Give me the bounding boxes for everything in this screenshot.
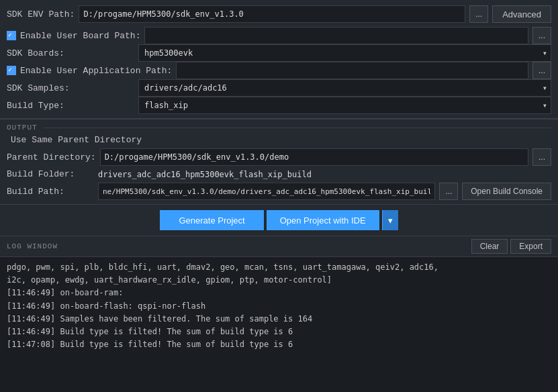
- build-path-input[interactable]: [98, 183, 435, 200]
- build-path-row: Build Path: ... Open Build Console: [7, 183, 551, 200]
- sdk-samples-row: SDK Samples: drivers/adc/adc16 ▾: [7, 79, 551, 97]
- build-path-dots-button[interactable]: ...: [439, 183, 458, 200]
- user-board-checkbox[interactable]: [7, 31, 16, 40]
- advanced-button[interactable]: Advanced: [492, 5, 551, 23]
- user-board-path-input[interactable]: [144, 27, 528, 44]
- sdk-env-row: SDK ENV Path: ... Advanced: [7, 5, 551, 23]
- build-folder-row: Build Folder: drivers_adc_adc16_hpm5300e…: [7, 169, 551, 179]
- user-app-row: Enable User Application Path: ...: [7, 62, 551, 79]
- log-line: [11:46:49] Samples have been filtered. T…: [7, 313, 551, 326]
- log-export-button[interactable]: Export: [510, 239, 551, 254]
- sdk-samples-dropdown[interactable]: drivers/adc/adc16: [138, 79, 551, 97]
- sdk-boards-row: SDK Boards: hpm5300evk ▾: [7, 44, 551, 62]
- output-section: OUTPUT Use Same Parent Directory Parent …: [0, 119, 558, 205]
- sdk-env-label: SDK ENV Path:: [7, 9, 75, 19]
- use-same-dir-row: Use Same Parent Directory: [7, 135, 551, 145]
- build-type-row: Build Type: flash_xip ▾: [7, 97, 551, 114]
- log-section: LOG WINDOW Clear Export pdgo, pwm, spi, …: [0, 236, 558, 392]
- user-board-label: Enable User Board Path:: [7, 31, 140, 41]
- config-section: SDK ENV Path: ... Advanced Enable User B…: [0, 0, 558, 119]
- build-folder-label: Build Folder:: [7, 169, 94, 179]
- build-type-label: Build Type:: [7, 101, 134, 111]
- log-line: pdgo, pwm, spi, plb, bldc_hfi, uart, dma…: [7, 261, 551, 274]
- log-line: [11:46:49] on-board-ram:: [7, 287, 551, 299]
- parent-dir-input[interactable]: [100, 148, 528, 166]
- build-type-dropdown[interactable]: flash_xip: [138, 97, 551, 114]
- open-build-console-button[interactable]: Open Build Console: [462, 183, 551, 200]
- user-app-dots-button[interactable]: ...: [532, 62, 551, 79]
- log-header: LOG WINDOW Clear Export: [0, 236, 558, 257]
- log-line: [11:47:08] Build type is filted! The sum…: [7, 338, 551, 351]
- log-buttons: Clear Export: [471, 239, 551, 254]
- log-title: LOG WINDOW: [7, 242, 58, 250]
- user-board-row: Enable User Board Path: ...: [7, 27, 551, 44]
- parent-dir-row: Parent Directory: ...: [7, 148, 551, 166]
- log-line: i2c, opamp, ewdg, uart_hardware_rx_idle,…: [7, 274, 551, 287]
- parent-dir-dots-button[interactable]: ...: [532, 148, 551, 166]
- user-app-label: Enable User Application Path:: [7, 66, 172, 76]
- log-content[interactable]: pdgo, pwm, spi, plb, bldc_hfi, uart, dma…: [0, 257, 558, 392]
- log-line: [11:46:49] Build type is filted! The sum…: [7, 326, 551, 338]
- sdk-samples-dropdown-container: drivers/adc/adc16 ▾: [138, 79, 551, 97]
- output-header: OUTPUT: [7, 124, 551, 132]
- log-line: [11:46:49] on-board-flash: qspi-nor-flas…: [7, 300, 551, 313]
- build-folder-value: drivers_adc_adc16_hpm5300evk_flash_xip_b…: [98, 170, 551, 179]
- build-path-label: Build Path:: [7, 187, 94, 197]
- user-app-checkbox[interactable]: [7, 66, 16, 75]
- action-row: Generate Project Open Project with IDE ▾: [0, 205, 558, 236]
- open-ide-button[interactable]: Open Project with IDE: [267, 210, 379, 230]
- user-app-path-input[interactable]: [176, 62, 528, 79]
- build-type-dropdown-container: flash_xip ▾: [138, 97, 551, 114]
- app-container: SDK ENV Path: ... Advanced Enable User B…: [0, 0, 558, 392]
- user-board-dots-button[interactable]: ...: [532, 27, 551, 44]
- open-ide-arrow-button[interactable]: ▾: [382, 210, 398, 230]
- generate-project-button[interactable]: Generate Project: [160, 210, 263, 230]
- sdk-boards-dropdown-container: hpm5300evk ▾: [138, 44, 551, 62]
- sdk-env-input[interactable]: [79, 5, 465, 23]
- log-clear-button[interactable]: Clear: [471, 239, 508, 254]
- sdk-boards-label: SDK Boards:: [7, 48, 134, 58]
- sdk-samples-label: SDK Samples:: [7, 83, 134, 93]
- sdk-env-dots-button[interactable]: ...: [469, 5, 488, 23]
- use-same-dir-label: Use Same Parent Directory: [7, 135, 142, 145]
- sdk-boards-dropdown[interactable]: hpm5300evk: [138, 44, 551, 62]
- parent-dir-label: Parent Directory:: [7, 152, 96, 162]
